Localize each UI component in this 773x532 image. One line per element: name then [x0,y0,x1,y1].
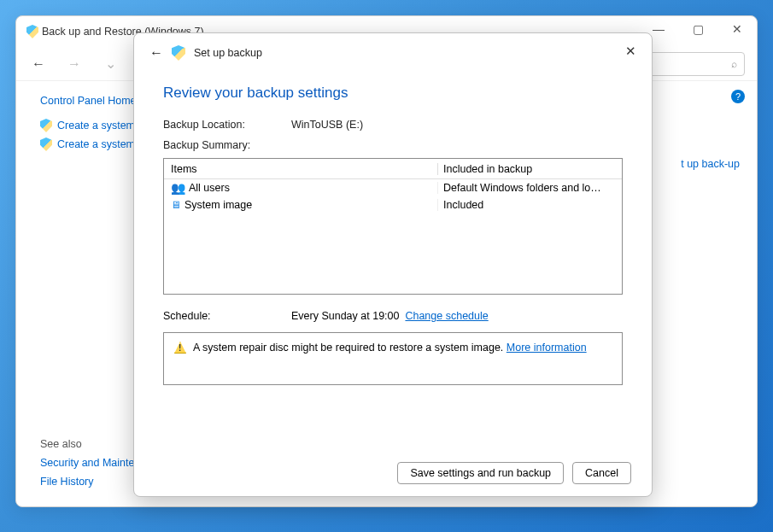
shield-icon [26,25,38,38]
dialog-back-icon[interactable]: ← [149,45,163,61]
item-label: System image [184,199,252,211]
backup-summary-label: Backup Summary: [163,139,623,151]
included-value: Default Windows folders and lo… [437,182,622,194]
dialog-header-text: Set up backup [194,47,262,59]
shield-icon [40,119,52,132]
setup-backup-dialog: ✕ ← Set up backup Review your backup set… [133,32,653,497]
page-title: Review your backup settings [163,85,623,102]
close-button[interactable]: ✕ [717,16,757,42]
maximize-button[interactable]: ▢ [678,16,717,42]
see-also-security-link[interactable]: Security and Mainte [40,457,134,469]
schedule-label: Schedule: [163,310,291,322]
schedule-value: Every Sunday at 19:00 [291,310,399,322]
warning-box: A system repair disc might be required t… [163,332,623,385]
users-icon: 👥 [171,182,185,194]
shield-icon [172,45,185,61]
item-label: All users [189,182,230,194]
back-arrow-icon[interactable]: ← [28,56,49,72]
recent-dropdown-icon[interactable]: ⌄ [100,56,120,72]
included-value: Included [437,199,622,211]
monitor-icon: 🖥 [171,200,181,210]
close-icon[interactable]: ✕ [621,42,640,61]
backup-location-value: WinToUSB (E:) [291,119,363,131]
table-row[interactable]: 🖥 System image Included [164,196,622,213]
col-included-header[interactable]: Included in backup [437,163,622,175]
save-and-run-button[interactable]: Save settings and run backup [397,462,564,484]
summary-grid: Items Included in backup 👥 All users Def… [163,158,623,295]
backup-location-label: Backup Location: [163,119,291,131]
more-information-link[interactable]: More information [507,342,587,354]
see-also-filehistory-link[interactable]: File History [40,476,134,488]
see-also: See also Security and Mainte File Histor… [40,438,134,494]
see-also-header: See also [40,438,134,450]
col-items-header[interactable]: Items [164,163,437,175]
search-icon: ⌕ [731,58,737,70]
table-row[interactable]: 👥 All users Default Windows folders and … [164,179,622,196]
help-icon[interactable]: ? [731,90,745,103]
warning-text: A system repair disc might be required t… [193,342,503,354]
change-schedule-link[interactable]: Change schedule [405,310,488,322]
forward-arrow-icon[interactable]: → [64,56,85,72]
shield-icon [40,137,52,151]
set-up-backup-link[interactable]: t up back-up [681,158,740,170]
cancel-button[interactable]: Cancel [572,462,631,484]
warning-icon [174,342,186,354]
